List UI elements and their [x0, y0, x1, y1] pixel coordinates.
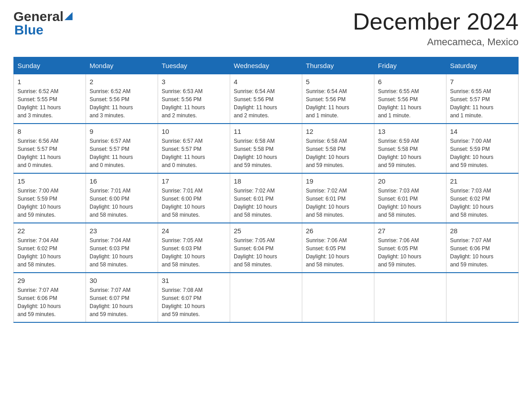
day-number: 16 — [90, 177, 154, 185]
calendar-cell — [230, 273, 302, 322]
calendar-cell: 21Sunrise: 7:03 AMSunset: 6:02 PMDayligh… — [446, 173, 519, 223]
day-number: 3 — [162, 78, 226, 86]
calendar-cell: 9Sunrise: 6:57 AMSunset: 5:57 PMDaylight… — [86, 124, 158, 173]
calendar-week-row: 1Sunrise: 6:52 AMSunset: 5:55 PMDaylight… — [14, 74, 519, 124]
day-info: Sunrise: 6:54 AMSunset: 5:56 PMDaylight:… — [306, 87, 370, 120]
day-info: Sunrise: 6:53 AMSunset: 5:56 PMDaylight:… — [162, 87, 226, 120]
day-number: 20 — [378, 177, 442, 185]
title-section: December 2024 Amecameca, Mexico — [353, 9, 519, 48]
day-number: 21 — [450, 177, 515, 185]
day-info: Sunrise: 7:00 AMSunset: 5:59 PMDaylight:… — [17, 187, 82, 219]
day-info: Sunrise: 7:01 AMSunset: 6:00 PMDaylight:… — [162, 187, 226, 219]
day-number: 17 — [162, 177, 226, 185]
month-title: December 2024 — [353, 9, 519, 34]
day-number: 18 — [234, 177, 298, 185]
calendar-cell: 1Sunrise: 6:52 AMSunset: 5:55 PMDaylight… — [14, 74, 86, 124]
day-info: Sunrise: 7:00 AMSunset: 5:59 PMDaylight:… — [450, 137, 515, 169]
day-number: 19 — [306, 177, 370, 185]
calendar-table: SundayMondayTuesdayWednesdayThursdayFrid… — [13, 57, 519, 323]
day-info: Sunrise: 6:57 AMSunset: 5:57 PMDaylight:… — [162, 137, 226, 169]
day-number: 30 — [90, 277, 154, 284]
day-header-thursday: Thursday — [302, 57, 374, 74]
calendar-cell: 31Sunrise: 7:08 AMSunset: 6:07 PMDayligh… — [158, 273, 230, 322]
day-info: Sunrise: 6:52 AMSunset: 5:56 PMDaylight:… — [90, 87, 154, 120]
calendar-week-row: 22Sunrise: 7:04 AMSunset: 6:02 PMDayligh… — [14, 223, 519, 273]
day-info: Sunrise: 7:06 AMSunset: 6:05 PMDaylight:… — [306, 236, 370, 269]
calendar-cell: 27Sunrise: 7:06 AMSunset: 6:05 PMDayligh… — [374, 223, 446, 273]
calendar-cell: 19Sunrise: 7:02 AMSunset: 6:01 PMDayligh… — [302, 173, 374, 223]
day-info: Sunrise: 6:54 AMSunset: 5:56 PMDaylight:… — [234, 87, 298, 120]
day-info: Sunrise: 6:52 AMSunset: 5:55 PMDaylight:… — [17, 87, 82, 120]
logo-triangle-icon — [64, 12, 73, 20]
calendar-cell: 16Sunrise: 7:01 AMSunset: 6:00 PMDayligh… — [86, 173, 158, 223]
calendar-cell: 30Sunrise: 7:07 AMSunset: 6:07 PMDayligh… — [86, 273, 158, 322]
day-number: 8 — [17, 128, 82, 135]
calendar-cell: 11Sunrise: 6:58 AMSunset: 5:58 PMDayligh… — [230, 124, 302, 173]
day-number: 9 — [90, 128, 154, 135]
calendar-cell — [446, 273, 519, 322]
day-info: Sunrise: 7:03 AMSunset: 6:02 PMDaylight:… — [450, 187, 515, 219]
day-info: Sunrise: 7:04 AMSunset: 6:02 PMDaylight:… — [17, 236, 82, 269]
day-header-monday: Monday — [86, 57, 158, 74]
day-number: 5 — [306, 78, 370, 86]
day-info: Sunrise: 7:07 AMSunset: 6:06 PMDaylight:… — [17, 286, 82, 318]
day-info: Sunrise: 6:56 AMSunset: 5:57 PMDaylight:… — [17, 137, 82, 169]
day-header-friday: Friday — [374, 57, 446, 74]
day-number: 7 — [450, 78, 515, 86]
day-number: 29 — [17, 277, 82, 284]
day-number: 10 — [162, 128, 226, 135]
calendar-cell — [374, 273, 446, 322]
day-number: 6 — [378, 78, 442, 86]
day-info: Sunrise: 6:57 AMSunset: 5:57 PMDaylight:… — [90, 137, 154, 169]
logo-general-text: General — [13, 9, 64, 24]
day-info: Sunrise: 7:02 AMSunset: 6:01 PMDaylight:… — [306, 187, 370, 219]
day-number: 22 — [17, 227, 82, 235]
calendar-cell — [302, 273, 374, 322]
day-number: 14 — [450, 128, 515, 135]
calendar-week-row: 15Sunrise: 7:00 AMSunset: 5:59 PMDayligh… — [14, 173, 519, 223]
calendar-cell: 3Sunrise: 6:53 AMSunset: 5:56 PMDaylight… — [158, 74, 230, 124]
calendar-week-row: 8Sunrise: 6:56 AMSunset: 5:57 PMDaylight… — [14, 124, 519, 173]
calendar-cell: 4Sunrise: 6:54 AMSunset: 5:56 PMDaylight… — [230, 74, 302, 124]
calendar-cell: 5Sunrise: 6:54 AMSunset: 5:56 PMDaylight… — [302, 74, 374, 124]
day-number: 26 — [306, 227, 370, 235]
calendar-cell: 25Sunrise: 7:05 AMSunset: 6:04 PMDayligh… — [230, 223, 302, 273]
calendar-cell: 2Sunrise: 6:52 AMSunset: 5:56 PMDaylight… — [86, 74, 158, 124]
day-number: 27 — [378, 227, 442, 235]
calendar-cell: 7Sunrise: 6:55 AMSunset: 5:57 PMDaylight… — [446, 74, 519, 124]
calendar-cell: 20Sunrise: 7:03 AMSunset: 6:01 PMDayligh… — [374, 173, 446, 223]
calendar-cell: 8Sunrise: 6:56 AMSunset: 5:57 PMDaylight… — [14, 124, 86, 173]
calendar-cell: 23Sunrise: 7:04 AMSunset: 6:03 PMDayligh… — [86, 223, 158, 273]
day-number: 28 — [450, 227, 515, 235]
day-number: 13 — [378, 128, 442, 135]
calendar-cell: 29Sunrise: 7:07 AMSunset: 6:06 PMDayligh… — [14, 273, 86, 322]
day-info: Sunrise: 6:59 AMSunset: 5:58 PMDaylight:… — [378, 137, 442, 169]
logo-blue-text: Blue — [13, 22, 73, 38]
day-number: 31 — [162, 277, 226, 284]
day-info: Sunrise: 7:06 AMSunset: 6:05 PMDaylight:… — [378, 236, 442, 269]
day-info: Sunrise: 6:58 AMSunset: 5:58 PMDaylight:… — [306, 137, 370, 169]
day-number: 15 — [17, 177, 82, 185]
day-info: Sunrise: 7:01 AMSunset: 6:00 PMDaylight:… — [90, 187, 154, 219]
day-info: Sunrise: 7:04 AMSunset: 6:03 PMDaylight:… — [90, 236, 154, 269]
calendar-cell: 14Sunrise: 7:00 AMSunset: 5:59 PMDayligh… — [446, 124, 519, 173]
day-info: Sunrise: 6:58 AMSunset: 5:58 PMDaylight:… — [234, 137, 298, 169]
day-header-saturday: Saturday — [446, 57, 519, 74]
calendar-header: SundayMondayTuesdayWednesdayThursdayFrid… — [14, 57, 519, 74]
day-header-wednesday: Wednesday — [230, 57, 302, 74]
day-info: Sunrise: 6:55 AMSunset: 5:56 PMDaylight:… — [378, 87, 442, 120]
day-header-sunday: Sunday — [14, 57, 86, 74]
day-info: Sunrise: 7:02 AMSunset: 6:01 PMDaylight:… — [234, 187, 298, 219]
day-number: 11 — [234, 128, 298, 135]
location-subtitle: Amecameca, Mexico — [353, 36, 519, 48]
day-info: Sunrise: 7:07 AMSunset: 6:06 PMDaylight:… — [450, 236, 515, 269]
calendar-cell: 24Sunrise: 7:05 AMSunset: 6:03 PMDayligh… — [158, 223, 230, 273]
calendar-week-row: 29Sunrise: 7:07 AMSunset: 6:06 PMDayligh… — [14, 273, 519, 322]
calendar-cell: 10Sunrise: 6:57 AMSunset: 5:57 PMDayligh… — [158, 124, 230, 173]
calendar-cell: 17Sunrise: 7:01 AMSunset: 6:00 PMDayligh… — [158, 173, 230, 223]
calendar-cell: 6Sunrise: 6:55 AMSunset: 5:56 PMDaylight… — [374, 74, 446, 124]
days-header-row: SundayMondayTuesdayWednesdayThursdayFrid… — [14, 57, 519, 74]
day-info: Sunrise: 6:55 AMSunset: 5:57 PMDaylight:… — [450, 87, 515, 120]
day-info: Sunrise: 7:05 AMSunset: 6:03 PMDaylight:… — [162, 236, 226, 269]
calendar-cell: 15Sunrise: 7:00 AMSunset: 5:59 PMDayligh… — [14, 173, 86, 223]
